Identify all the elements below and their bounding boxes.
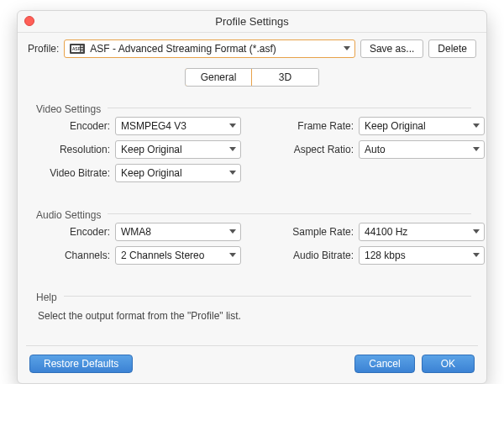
chevron-down-icon <box>472 120 480 132</box>
video-settings-label: Video Settings <box>36 103 101 115</box>
profile-label: Profile: <box>28 43 59 55</box>
titlebar: Profile Settings <box>18 11 486 33</box>
frame-rate-select[interactable]: Keep Original <box>359 117 485 135</box>
svg-marker-12 <box>229 229 236 234</box>
svg-marker-7 <box>229 124 236 128</box>
aspect-ratio-value: Auto <box>365 144 386 155</box>
audio-bitrate-label: Audio Bitrate: <box>276 250 354 261</box>
delete-button[interactable]: Delete <box>428 39 476 58</box>
audio-encoder-select[interactable]: WMA8 <box>115 223 241 241</box>
audio-bitrate-select[interactable]: 128 kbps <box>359 246 485 265</box>
video-settings-legend: Video Settings <box>33 98 471 117</box>
svg-marker-11 <box>229 171 236 175</box>
aspect-ratio-select[interactable]: Auto <box>359 140 485 159</box>
audio-settings-label: Audio Settings <box>36 209 101 221</box>
help-text: Select the output format from the "Profi… <box>38 310 471 322</box>
video-encoder-label: Encoder: <box>33 120 110 132</box>
save-as-button[interactable]: Save as... <box>360 39 423 58</box>
chevron-down-icon <box>343 43 351 55</box>
restore-defaults-button[interactable]: Restore Defaults <box>29 355 133 373</box>
tab-general[interactable]: General <box>185 68 252 87</box>
video-bitrate-label: Video Bitrate: <box>33 167 110 179</box>
audio-bitrate-value: 128 kbps <box>365 250 406 261</box>
window-title: Profile Settings <box>18 11 486 33</box>
save-as-label: Save as... <box>370 43 414 55</box>
sample-rate-select[interactable]: 44100 Hz <box>359 223 485 241</box>
profile-settings-window: Profile Settings Profile: ASF ASF - Adva… <box>17 10 487 384</box>
video-encoder-value: MSMPEG4 V3 <box>121 120 186 132</box>
tab-3d-label: 3D <box>279 71 291 83</box>
chevron-down-icon <box>228 120 237 132</box>
chevron-down-icon <box>228 167 237 179</box>
tab-3d[interactable]: 3D <box>251 69 318 86</box>
asf-file-icon: ASF <box>70 43 85 55</box>
tab-general-label: General <box>201 71 237 83</box>
ok-button[interactable]: OK <box>422 355 475 373</box>
divider <box>64 296 471 297</box>
ok-label: OK <box>441 358 455 370</box>
video-bitrate-select[interactable]: Keep Original <box>115 164 241 182</box>
svg-rect-5 <box>81 50 83 52</box>
channels-label: Channels: <box>33 250 110 261</box>
svg-rect-4 <box>81 48 83 50</box>
svg-marker-13 <box>473 229 480 234</box>
svg-marker-14 <box>229 253 236 257</box>
audio-encoder-value: WMA8 <box>121 226 151 238</box>
resolution-value: Keep Original <box>121 144 182 155</box>
audio-encoder-label: Encoder: <box>33 226 110 238</box>
chevron-down-icon <box>472 226 480 238</box>
channels-value: 2 Channels Stereo <box>121 250 204 261</box>
sample-rate-label: Sample Rate: <box>276 226 354 238</box>
chevron-down-icon <box>472 250 480 261</box>
chevron-down-icon <box>228 144 237 155</box>
frame-rate-value: Keep Original <box>365 120 426 132</box>
delete-label: Delete <box>438 43 467 55</box>
svg-text:ASF: ASF <box>72 46 81 51</box>
svg-marker-10 <box>473 147 480 151</box>
profile-row: Profile: ASF ASF - Advanced Streaming Fo… <box>18 33 486 60</box>
body: Video Settings Encoder: MSMPEG4 V3 Frame… <box>18 98 486 322</box>
svg-rect-3 <box>81 45 83 47</box>
chevron-down-icon <box>228 250 237 261</box>
divider <box>108 108 471 108</box>
resolution-label: Resolution: <box>33 144 110 155</box>
footer: Restore Defaults Cancel OK <box>26 345 478 373</box>
profile-select[interactable]: ASF ASF - Advanced Streaming Format (*.a… <box>64 39 355 58</box>
chevron-down-icon <box>228 226 237 238</box>
video-encoder-select[interactable]: MSMPEG4 V3 <box>115 117 241 135</box>
tabs: General 3D <box>18 68 486 87</box>
resolution-select[interactable]: Keep Original <box>115 140 241 159</box>
audio-settings-legend: Audio Settings <box>33 204 471 223</box>
video-bitrate-value: Keep Original <box>121 167 182 179</box>
frame-rate-label: Frame Rate: <box>276 120 354 132</box>
help-label: Help <box>36 292 57 303</box>
divider <box>108 213 471 214</box>
close-icon[interactable] <box>24 16 34 26</box>
chevron-down-icon <box>472 144 480 155</box>
help-legend: Help <box>33 286 471 305</box>
sample-rate-value: 44100 Hz <box>365 226 407 238</box>
aspect-ratio-label: Aspect Ratio: <box>276 144 354 155</box>
svg-marker-8 <box>473 124 480 128</box>
restore-defaults-label: Restore Defaults <box>44 358 118 370</box>
profile-select-value: ASF - Advanced Streaming Format (*.asf) <box>90 43 276 55</box>
cancel-label: Cancel <box>369 358 400 370</box>
channels-select[interactable]: 2 Channels Stereo <box>115 246 241 265</box>
tab-segment: General 3D <box>185 68 319 87</box>
svg-marker-9 <box>229 147 236 151</box>
svg-marker-6 <box>344 46 350 50</box>
cancel-button[interactable]: Cancel <box>354 355 414 373</box>
svg-marker-15 <box>473 253 480 257</box>
